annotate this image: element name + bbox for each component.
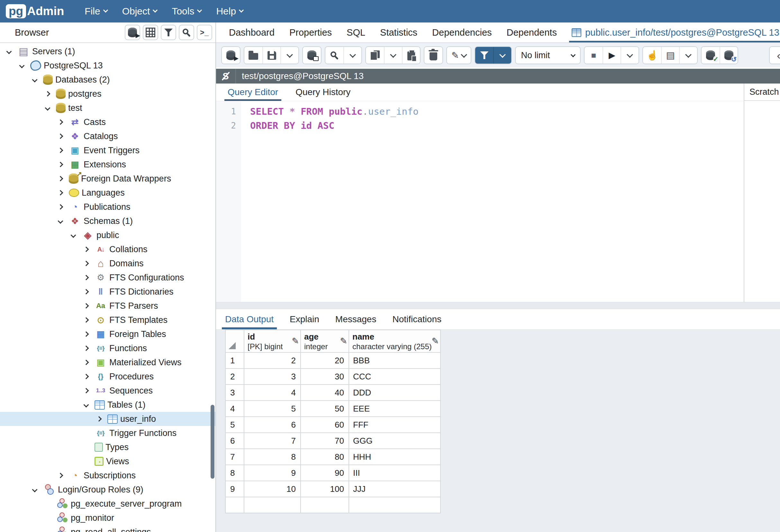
- chevron-right-icon[interactable]: [80, 290, 92, 294]
- chevron-down-button[interactable]: [280, 47, 298, 64]
- column-header-id[interactable]: id[PK] bigint✎: [244, 330, 301, 353]
- open-file-button[interactable]: [244, 47, 262, 64]
- save-button[interactable]: [262, 47, 280, 64]
- row-number-cell[interactable]: 6: [226, 433, 244, 449]
- execute-button[interactable]: ▶: [602, 47, 621, 64]
- chevron-down-icon[interactable]: [29, 78, 41, 82]
- chevron-right-icon[interactable]: [55, 134, 66, 138]
- tab-messages[interactable]: Messages: [335, 309, 377, 329]
- name-cell[interactable]: HHH: [349, 449, 441, 465]
- name-cell[interactable]: JJJ: [349, 481, 441, 497]
- row-limit-select[interactable]: No limit: [516, 47, 580, 64]
- select-all-cell[interactable]: [226, 330, 244, 353]
- id-cell[interactable]: 9: [244, 465, 301, 481]
- chevron-right-icon[interactable]: [80, 332, 92, 336]
- tree-item-extensions[interactable]: ▦Extensions: [0, 157, 215, 171]
- edit-pencil-icon[interactable]: ✎: [340, 336, 347, 346]
- row-number-cell[interactable]: 1: [226, 353, 244, 369]
- tree-item-tables-1[interactable]: Tables (1): [0, 398, 215, 412]
- tree-item-functions[interactable]: {≡}Functions: [0, 341, 215, 355]
- chevron-left-partial-button[interactable]: ‹: [770, 47, 780, 64]
- age-cell[interactable]: 40: [301, 385, 349, 401]
- edit-button[interactable]: ✎: [447, 47, 471, 64]
- chevron-down-icon[interactable]: [67, 233, 79, 237]
- menu-file[interactable]: File: [85, 6, 107, 17]
- tree-item-pg-monitor[interactable]: pg_monitor: [0, 511, 215, 525]
- row-number-cell[interactable]: 3: [226, 385, 244, 401]
- filter-button[interactable]: [475, 47, 493, 64]
- id-cell[interactable]: 5: [244, 401, 301, 417]
- chevron-right-icon[interactable]: [55, 163, 66, 166]
- horizontal-splitter[interactable]: [216, 302, 780, 309]
- age-cell[interactable]: 90: [301, 465, 349, 481]
- chevron-down-icon[interactable]: [80, 403, 92, 407]
- chevron-right-icon[interactable]: [80, 318, 92, 322]
- edit-pencil-icon[interactable]: ✎: [292, 336, 299, 346]
- tree-item-publications[interactable]: ◔Publications: [0, 200, 215, 214]
- tree-item-fts-parsers[interactable]: AaFTS Parsers: [0, 299, 215, 313]
- tree-item-foreign-data-wrappers[interactable]: Foreign Data Wrappers: [0, 171, 215, 186]
- chevron-down-button[interactable]: [679, 47, 697, 64]
- tree-item-pg-read-all-settings[interactable]: pg_read_all_settings: [0, 525, 215, 532]
- sidebar-scrollbar-thumb[interactable]: [210, 405, 214, 479]
- tab-sql[interactable]: SQL: [347, 22, 365, 42]
- id-cell[interactable]: 8: [244, 449, 301, 465]
- empty-cell[interactable]: [244, 497, 301, 513]
- name-cell[interactable]: DDD: [349, 385, 441, 401]
- chevron-down-icon[interactable]: [16, 64, 28, 67]
- column-header-name[interactable]: namecharacter varying (255)✎: [349, 330, 441, 353]
- row-number-cell[interactable]: 2: [226, 369, 244, 385]
- grid-view-button[interactable]: [143, 25, 158, 40]
- chevron-right-icon[interactable]: [55, 120, 66, 124]
- view-data-button[interactable]: ▤: [661, 47, 679, 64]
- tab-dashboard[interactable]: Dashboard: [229, 22, 275, 42]
- name-cell[interactable]: BBB: [349, 353, 441, 369]
- chevron-right-icon[interactable]: [55, 148, 66, 152]
- name-cell[interactable]: GGG: [349, 433, 441, 449]
- tab-notifications[interactable]: Notifications: [392, 309, 441, 329]
- tree-item-fts-configurations[interactable]: ⚙FTS Configurations: [0, 270, 215, 285]
- tree-item-casts[interactable]: ⇄Casts: [0, 115, 215, 129]
- tree-item-databases-2[interactable]: Databases (2): [0, 72, 215, 87]
- tab-explain[interactable]: Explain: [290, 309, 319, 329]
- copy-button[interactable]: [366, 47, 384, 64]
- tree-item-pg-execute-server-program[interactable]: pg_execute_server_program: [0, 497, 215, 511]
- age-cell[interactable]: 20: [301, 353, 349, 369]
- chevron-right-icon[interactable]: [55, 177, 66, 180]
- id-cell[interactable]: 3: [244, 369, 301, 385]
- terminal-button[interactable]: >_: [197, 25, 212, 40]
- chevron-right-icon[interactable]: [80, 262, 92, 265]
- row-number-cell[interactable]: 4: [226, 401, 244, 417]
- filter-table-button[interactable]: [161, 25, 176, 40]
- tree-item-fts-dictionaries[interactable]: ‖FTS Dictionaries: [0, 285, 215, 299]
- chevron-down-button[interactable]: [621, 47, 638, 64]
- tab-properties[interactable]: Properties: [289, 22, 332, 42]
- age-cell[interactable]: 70: [301, 433, 349, 449]
- chevron-right-icon[interactable]: [55, 205, 66, 209]
- tree-item-schemas-1[interactable]: ❖Schemas (1): [0, 214, 215, 228]
- chevron-down-button[interactable]: [384, 47, 402, 64]
- id-cell[interactable]: 10: [244, 481, 301, 497]
- tree-item-procedures[interactable]: {}Procedures: [0, 369, 215, 384]
- tab-public-user-info-test-postgres-postgresql-13[interactable]: public.user_info/test/postgres@PostgreSQ…: [572, 22, 779, 42]
- tree-item-servers-1[interactable]: ▤Servers (1): [0, 44, 215, 58]
- id-cell[interactable]: 6: [244, 417, 301, 433]
- sql-code[interactable]: SELECT * FROM public.user_infoORDER BY i…: [241, 101, 744, 302]
- tree-item-sequences[interactable]: 1..3Sequences: [0, 384, 215, 398]
- row-number-cell[interactable]: 5: [226, 417, 244, 433]
- name-cell[interactable]: III: [349, 465, 441, 481]
- scratch-pad-body[interactable]: [744, 101, 780, 302]
- menu-help[interactable]: Help: [216, 6, 243, 17]
- paste-button[interactable]: [402, 47, 420, 64]
- tree-item-domains[interactable]: ⌂Domains: [0, 256, 215, 270]
- menu-object[interactable]: Object: [122, 6, 157, 17]
- tree-item-postgres[interactable]: postgres: [0, 87, 215, 101]
- age-cell[interactable]: 80: [301, 449, 349, 465]
- tree-item-catalogs[interactable]: ❖Catalogs: [0, 129, 215, 143]
- delete-button[interactable]: [425, 47, 442, 64]
- empty-cell[interactable]: [301, 497, 349, 513]
- chevron-down-icon[interactable]: [3, 49, 15, 53]
- empty-cell[interactable]: [226, 497, 244, 513]
- tree-item-user-info[interactable]: user_info: [0, 412, 215, 426]
- tree-item-event-triggers[interactable]: ▣Event Triggers: [0, 143, 215, 157]
